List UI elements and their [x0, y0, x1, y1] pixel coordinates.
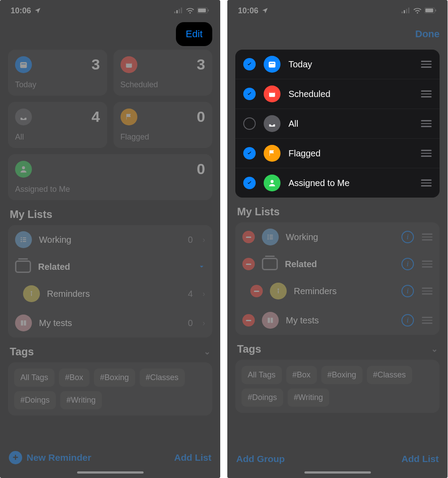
chevron-right-icon: › [203, 319, 205, 328]
svg-rect-27 [269, 62, 276, 67]
tag-chip[interactable]: #Writing [60, 391, 102, 409]
status-bar: 10:06 [0, 0, 220, 21]
drag-handle-icon[interactable] [421, 90, 432, 97]
card-flagged[interactable]: 0 Flagged [113, 102, 213, 148]
card-today-label: Today [15, 80, 100, 89]
editlist-mytests[interactable]: My tests i [235, 306, 440, 335]
cellular-icon [401, 8, 410, 14]
tags-title[interactable]: Tags ⌄ [10, 346, 210, 358]
checkbox-off[interactable] [243, 117, 256, 130]
editlist-related[interactable]: Related i [235, 252, 440, 276]
edit-row-all[interactable]: All [235, 109, 440, 138]
tag-chip[interactable]: All Tags [14, 369, 55, 387]
folder-icon [262, 258, 278, 270]
battery-icon [197, 8, 210, 14]
card-scheduled[interactable]: 3 Scheduled [113, 50, 213, 96]
remove-icon[interactable] [242, 314, 255, 326]
tags-title[interactable]: Tags ⌄ [237, 343, 438, 355]
edit-row-scheduled[interactable]: Scheduled [235, 79, 440, 109]
battery-icon [425, 8, 437, 14]
tag-chip[interactable]: #Boxing [94, 369, 135, 387]
tag-chip[interactable]: #Box [59, 369, 90, 387]
edit-button[interactable]: Edit [176, 22, 212, 46]
chevron-right-icon: › [203, 289, 205, 299]
mylists-panel: Working 0 › Related Reminders 4 › [8, 225, 212, 338]
svg-rect-20 [401, 12, 403, 13]
editlist-working[interactable]: Working i [235, 222, 440, 252]
list-working[interactable]: Working 0 › [8, 225, 212, 254]
add-group-button[interactable]: Add Group [236, 454, 285, 464]
card-today-count: 3 [92, 56, 100, 73]
checkbox-on[interactable] [243, 88, 256, 100]
remove-icon[interactable] [242, 258, 255, 270]
drag-handle-icon[interactable] [421, 120, 432, 127]
checkbox-on[interactable] [243, 177, 256, 189]
location-icon [261, 7, 269, 14]
info-icon[interactable]: i [401, 285, 414, 297]
drag-handle-icon[interactable] [422, 233, 432, 241]
editlist-reminders[interactable]: Reminders i [235, 276, 440, 306]
list-mytests[interactable]: My tests 0 › [8, 308, 212, 338]
tag-chip[interactable]: #Box [286, 366, 317, 384]
list-related[interactable]: Related [8, 254, 212, 279]
tag-chip[interactable]: #Writing [288, 389, 329, 407]
edit-row-label: Assigned to Me [288, 178, 413, 188]
tag-chip[interactable]: #Doings [14, 391, 56, 409]
folder-icon [15, 260, 31, 273]
tag-chip[interactable]: #Boxing [321, 366, 362, 384]
remove-icon[interactable] [250, 285, 263, 297]
info-icon[interactable]: i [401, 231, 414, 243]
edit-row-assigned[interactable]: Assigned to Me [235, 168, 440, 198]
drag-handle-icon[interactable] [421, 61, 432, 68]
calendar-icon [264, 85, 280, 102]
drag-handle-icon[interactable] [421, 179, 432, 187]
wifi-icon [186, 8, 195, 14]
drag-handle-icon[interactable] [421, 150, 432, 157]
card-scheduled-label: Scheduled [121, 80, 206, 89]
card-assigned[interactable]: 0 Assigned to Me [8, 154, 212, 200]
card-all-count: 4 [92, 108, 100, 125]
home-indicator[interactable] [304, 471, 371, 474]
calendar-today-icon [264, 56, 280, 73]
mylists-edit-panel: Working i Related i Reminders [235, 222, 440, 335]
edit-row-label: Flagged [288, 148, 413, 159]
add-list-button[interactable]: Add List [401, 454, 439, 464]
edit-row-today[interactable]: Today [235, 50, 440, 79]
tag-chip[interactable]: All Tags [242, 366, 282, 384]
new-reminder-label: New Reminder [27, 452, 91, 463]
cellular-icon [174, 8, 183, 14]
new-reminder-button[interactable]: + New Reminder [9, 451, 91, 464]
card-all[interactable]: 4 All [8, 102, 107, 148]
info-icon[interactable]: i [401, 314, 414, 326]
top-actions-right: Done [227, 21, 448, 47]
svg-point-38 [277, 288, 279, 290]
tag-chip[interactable]: #Classes [367, 366, 412, 384]
plus-icon: + [9, 451, 22, 464]
checkbox-on[interactable] [243, 147, 256, 159]
list-reminders-count: 4 [188, 289, 193, 299]
svg-point-11 [22, 166, 25, 169]
add-list-button[interactable]: Add List [174, 452, 211, 463]
smart-cards-grid: 3 Today 3 Scheduled 4 [8, 50, 212, 200]
tags-panel: All Tags #Box #Boxing #Classes #Doings #… [235, 360, 440, 413]
checkbox-on[interactable] [243, 58, 256, 70]
done-button[interactable]: Done [415, 28, 440, 40]
svg-rect-7 [20, 62, 27, 68]
remove-icon[interactable] [242, 231, 255, 243]
svg-rect-26 [435, 9, 436, 12]
home-indicator[interactable] [77, 471, 144, 474]
person-icon [15, 161, 32, 178]
card-today[interactable]: 3 Today [8, 50, 107, 96]
reminders-icon [23, 285, 40, 302]
info-icon[interactable]: i [401, 258, 414, 270]
list-reminders[interactable]: Reminders 4 › [8, 279, 212, 308]
list-working-count: 0 [188, 235, 193, 245]
tag-chip[interactable]: #Doings [242, 389, 283, 407]
drag-handle-icon[interactable] [422, 288, 432, 295]
edit-row-flagged[interactable]: Flagged [235, 138, 440, 168]
drag-handle-icon[interactable] [422, 260, 432, 268]
drag-handle-icon[interactable] [422, 317, 432, 324]
status-time: 10:06 [11, 6, 41, 16]
tag-chip[interactable]: #Classes [140, 369, 185, 387]
card-flagged-count: 0 [197, 108, 205, 125]
